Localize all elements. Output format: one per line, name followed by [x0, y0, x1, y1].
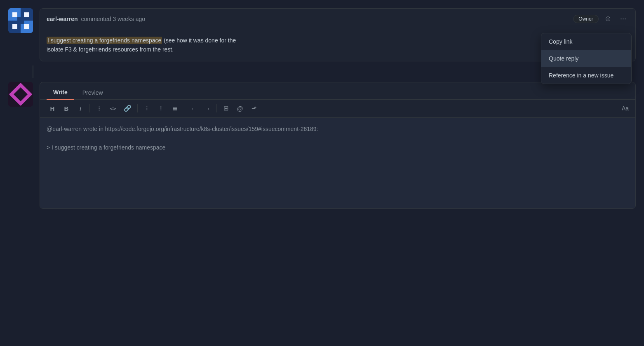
reference-button[interactable]: ⬏: [248, 103, 260, 114]
ordered-list-button[interactable]: ⁞: [155, 103, 167, 114]
toolbar-sep-1: [89, 104, 90, 112]
toolbar-sep-4: [216, 104, 217, 112]
write-block: Write Preview H B I ⁝ <> 🔗 ⁝: [0, 82, 644, 209]
mention-button[interactable]: @: [234, 103, 246, 114]
svg-rect-3: [12, 12, 17, 17]
comment-author-info: earl-warren commented 3 weeks ago: [47, 16, 145, 22]
toolbar-sep-3: [184, 104, 184, 112]
avatar-second-user: [8, 82, 33, 107]
quote-attribution: @earl-warren wrote in https://code.forge…: [47, 124, 629, 133]
svg-rect-5: [12, 24, 17, 29]
dropdown-reference-new-issue[interactable]: Reference in a new issue: [541, 67, 631, 84]
table-button[interactable]: ⊞: [220, 103, 232, 114]
avatar-earl-warren: [8, 8, 33, 33]
font-size-indicator[interactable]: Aa: [622, 105, 629, 112]
comment-block: earl-warren commented 3 weeks ago Owner …: [0, 8, 644, 61]
comment-actions: Owner ☺ ···: [573, 13, 629, 25]
write-main: Write Preview H B I ⁝ <> 🔗 ⁝: [40, 82, 636, 209]
dropdown-menu: Copy link Quote reply Reference in a new…: [541, 33, 632, 84]
dropdown-quote-reply[interactable]: Quote reply: [541, 50, 631, 67]
right-arrow-button[interactable]: →: [202, 103, 213, 114]
indent-button[interactable]: ⁝: [93, 103, 105, 114]
task-list-button[interactable]: ≣: [169, 103, 181, 114]
svg-rect-4: [24, 12, 29, 17]
italic-button[interactable]: I: [75, 103, 86, 114]
svg-rect-7: [17, 17, 24, 24]
svg-rect-6: [24, 24, 29, 29]
comment-meta: commented 3 weeks ago: [81, 16, 145, 22]
author-name: earl-warren: [47, 16, 78, 22]
unordered-list-button[interactable]: ⁝: [141, 103, 153, 114]
dropdown-copy-link[interactable]: Copy link: [541, 33, 631, 50]
emoji-button[interactable]: ☺: [602, 13, 614, 25]
bold-button[interactable]: B: [61, 103, 72, 114]
comment-header: earl-warren commented 3 weeks ago Owner …: [40, 9, 635, 29]
more-options-button[interactable]: ···: [618, 13, 629, 25]
editor-area[interactable]: @earl-warren wrote in https://code.forge…: [40, 118, 635, 208]
tab-preview[interactable]: Preview: [76, 86, 110, 99]
tab-write[interactable]: Write: [47, 86, 74, 100]
quote-line: > I suggest creating a forgefriends name…: [47, 143, 629, 152]
heading-button[interactable]: H: [47, 103, 58, 114]
owner-badge: Owner: [573, 15, 598, 23]
editor-toolbar: H B I ⁝ <> 🔗 ⁝ ⁞ ≣ ← → ⊞ @: [40, 100, 635, 118]
highlighted-text: I suggest creating a forgefriends namesp…: [47, 37, 162, 44]
toolbar-left: H B I ⁝ <> 🔗 ⁝ ⁞ ≣ ← → ⊞ @: [47, 103, 260, 114]
link-button[interactable]: 🔗: [121, 103, 134, 114]
code-button[interactable]: <>: [107, 104, 119, 113]
left-arrow-button[interactable]: ←: [188, 103, 199, 114]
write-tabs: Write Preview: [40, 82, 635, 100]
page-container: earl-warren commented 3 weeks ago Owner …: [0, 0, 644, 217]
toolbar-sep-2: [137, 104, 138, 112]
